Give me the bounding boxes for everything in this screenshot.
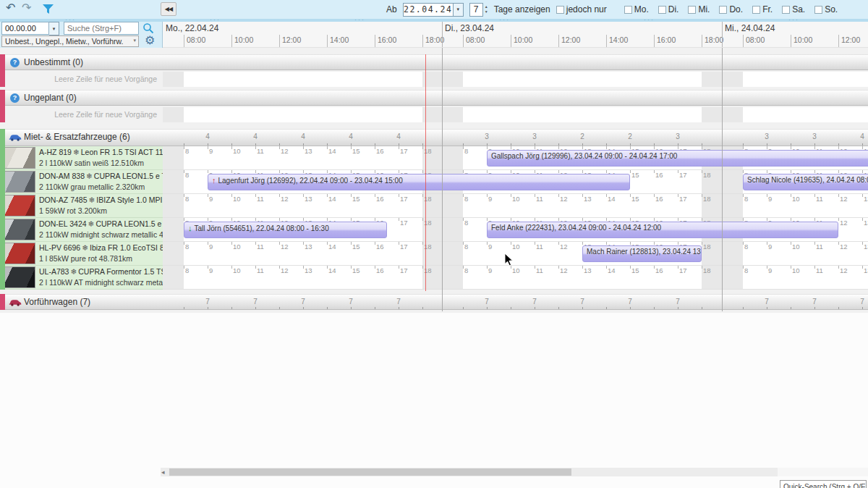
time-input[interactable]: 00.00.00 bbox=[1, 22, 49, 35]
hour-number: 11 bbox=[257, 243, 264, 251]
hour-tick bbox=[303, 194, 304, 197]
date-input[interactable]: 22.04.24 bbox=[403, 3, 454, 17]
hour-number: 12 bbox=[560, 195, 568, 203]
booking-bar[interactable]: Feld Anke (222431), 23.04.24 09:00 - 24.… bbox=[487, 222, 838, 238]
vehicle-timeline[interactable]: 8910111213141516171889101112131415161718… bbox=[163, 170, 868, 194]
group-header-ungeplant[interactable]: ? Ungeplant (0) bbox=[0, 90, 868, 106]
redo-icon[interactable]: ↷ bbox=[22, 1, 31, 14]
days-spinner[interactable]: ▲ ▼ bbox=[485, 5, 488, 14]
hour-tick bbox=[654, 266, 655, 269]
hour-tick bbox=[463, 218, 464, 221]
checkbox-so[interactable] bbox=[814, 6, 822, 14]
hour-tick bbox=[630, 266, 631, 269]
hour-tick bbox=[743, 307, 744, 309]
spinner-down-icon[interactable]: ▼ bbox=[485, 10, 488, 14]
vehicle-row: UL-A783❄CUPRA Formentor 1.5 TSI 1 2 l 11… bbox=[0, 266, 868, 290]
only-weekdays-label: jedoch nur bbox=[566, 4, 607, 14]
vehicle-timeline[interactable]: 8910111213141516171889101112131415161718… bbox=[163, 266, 868, 290]
hour-number: 8 bbox=[744, 243, 748, 251]
horizontal-scrollbar[interactable]: ◂ bbox=[161, 468, 778, 476]
vehicle-timeline[interactable]: 8910111213141516171889101112131415161718… bbox=[163, 146, 868, 170]
group-header-unbestimmt[interactable]: ? Unbestimmt (0) bbox=[0, 54, 868, 70]
hour-tick bbox=[558, 194, 559, 197]
hour-tick bbox=[862, 266, 863, 269]
vehicle-label[interactable]: DON-AM 838❄CUPRA LEON1.5 e TSI 2 110kW g… bbox=[0, 170, 163, 194]
group-name: Miet- & Ersatzfahrzeuge (6) bbox=[24, 132, 130, 142]
hour-number: 9 bbox=[768, 243, 772, 251]
spinner-up-icon[interactable]: ▲ bbox=[485, 5, 488, 9]
checkbox-mo[interactable] bbox=[624, 6, 632, 14]
vehicle-photo bbox=[1, 266, 35, 288]
availability-count: 4 bbox=[347, 132, 354, 140]
hour-number: 8 bbox=[464, 266, 468, 274]
checkbox-mi[interactable] bbox=[688, 6, 696, 14]
help-icon: ? bbox=[10, 93, 20, 103]
day-working-hours bbox=[184, 72, 422, 87]
hour-tick bbox=[231, 218, 232, 221]
hour-tick bbox=[558, 170, 559, 173]
vehicle-model: CUPRA LEON1.5 e TSI bbox=[94, 172, 163, 180]
vehicle-label[interactable]: A-HZ 819❄Leon FR 1.5 TSI ACT 110 kW 2 l … bbox=[0, 146, 163, 170]
hour-number: 13 bbox=[864, 195, 868, 203]
hour-tick bbox=[511, 194, 511, 197]
empty-row-unbestimmt[interactable]: Leere Zeile für neue Vorgänge bbox=[0, 72, 868, 87]
category-filter-dropdown[interactable]: Unbest., Ungepl., Mietw., Vorführw. ▾ bbox=[1, 35, 139, 47]
hour-number: 11 bbox=[257, 266, 264, 274]
only-weekdays-checkbox[interactable] bbox=[556, 6, 564, 14]
quick-search-box[interactable]: Quick-Search (Strg + Q/Enter bbox=[780, 480, 867, 488]
vehicle-label[interactable]: UL-A783❄CUPRA Formentor 1.5 TSI 1 2 l 11… bbox=[0, 266, 163, 290]
vehicle-label[interactable]: DON-EL 3424❄CUPRA LEON1.5 e TSI 2 110kW … bbox=[0, 218, 163, 242]
booking-label: Lagenfurt Jörg (126992), 22.04.24 09:00 … bbox=[218, 177, 403, 185]
gear-icon[interactable]: ⚙ bbox=[145, 33, 155, 47]
label-do: Do. bbox=[729, 4, 743, 14]
hour-tick bbox=[767, 146, 767, 149]
hour-tick bbox=[351, 266, 352, 269]
empty-row-timeline[interactable] bbox=[163, 107, 868, 122]
collapse-panel-button[interactable]: ◀◀ bbox=[161, 2, 176, 16]
vehicle-timeline[interactable]: 8910111213141516171889101112131415161718… bbox=[163, 242, 868, 266]
group-header-mietfahrzeuge[interactable]: Miet- & Ersatzfahrzeuge (6) 444443322333… bbox=[0, 129, 868, 146]
empty-row-timeline[interactable] bbox=[163, 72, 868, 87]
search-icon[interactable] bbox=[142, 22, 154, 34]
booking-bar[interactable]: ↓Tall Jörn (554651), 22.04.24 08:00 - 16… bbox=[184, 222, 387, 238]
scroll-left-icon[interactable]: ◂ bbox=[161, 468, 165, 476]
hour-tick bbox=[838, 194, 839, 197]
days-count-input[interactable]: 7 bbox=[469, 3, 483, 17]
group-name: Vorführwagen (7) bbox=[24, 297, 90, 307]
time-dropdown-button[interactable]: ▾ bbox=[49, 22, 59, 35]
hour-number: 15 bbox=[631, 195, 639, 203]
scrollbar-thumb[interactable] bbox=[169, 468, 571, 476]
filter-icon[interactable] bbox=[42, 4, 54, 15]
toolbar-grip[interactable]: ··· ··· ··· ··· ··· ··· bbox=[0, 19, 868, 22]
booking-bar[interactable]: Mach Rainer (128813), 23.04.24 13:00 - bbox=[582, 245, 702, 262]
vehicle-timeline[interactable]: 8910111213141516171889101112131415161718… bbox=[163, 194, 868, 218]
weekday-checkboxes: Mo. Di. Mi. Do. Fr. Sa. So. bbox=[624, 4, 838, 14]
hour-tick bbox=[463, 242, 464, 245]
hour-number: 10 bbox=[512, 195, 520, 203]
checkbox-di[interactable] bbox=[658, 6, 666, 14]
hour-tick bbox=[838, 170, 839, 173]
vehicle-timeline[interactable]: 8910111213141516171889101112131415161718… bbox=[163, 218, 868, 242]
undo-icon[interactable]: ↶ bbox=[6, 1, 15, 14]
availability-count: 7 bbox=[763, 298, 770, 306]
group-header-vorfuehrwagen[interactable]: Vorführwagen (7) 7777777777777 bbox=[0, 294, 868, 310]
vehicle-label[interactable]: HL-PV 6696❄Ibiza FR 1.0 EcoTSI 85 kW 1 l… bbox=[0, 242, 163, 266]
empty-row-ungeplant[interactable]: Leere Zeile für neue Vorgänge bbox=[0, 107, 868, 122]
booking-bar[interactable]: Gallspach Jörg (129996), 23.04.24 09:00 … bbox=[487, 150, 868, 167]
availability-count: 7 bbox=[252, 298, 259, 306]
hour-number: 10 bbox=[233, 195, 241, 203]
checkbox-sa[interactable] bbox=[782, 6, 790, 14]
vehicle-row: A-HZ 819❄Leon FR 1.5 TSI ACT 110 kW 2 l … bbox=[0, 146, 868, 170]
booking-bar[interactable]: Schlag Nicole (419635), 24.04.24 08:00 -… bbox=[743, 174, 868, 190]
hour-tick bbox=[511, 146, 511, 149]
checkbox-fr[interactable] bbox=[752, 6, 760, 14]
vehicle-label[interactable]: DON-AZ 7485❄IBIZA Style 1.0 MPI 5-G 1 59… bbox=[0, 194, 163, 218]
hour-tick bbox=[743, 170, 744, 173]
hour-tick bbox=[351, 218, 352, 221]
date-dropdown-button[interactable]: ▾ bbox=[454, 3, 464, 17]
search-input[interactable] bbox=[64, 22, 139, 35]
checkbox-do[interactable] bbox=[719, 6, 727, 14]
hour-tick bbox=[399, 146, 399, 149]
booking-bar[interactable]: ↑Lagenfurt Jörg (126992), 22.04.24 09:00… bbox=[208, 174, 630, 190]
hour-tick bbox=[487, 170, 488, 173]
